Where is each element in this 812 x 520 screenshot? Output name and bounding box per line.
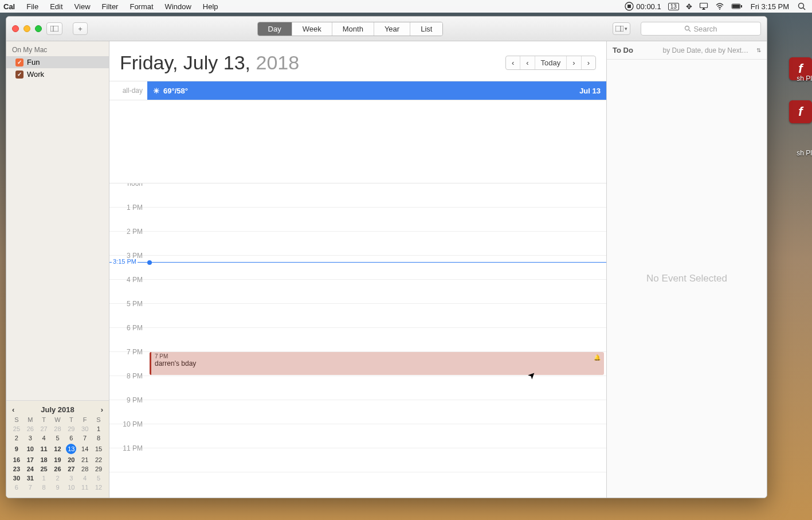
minical-day[interactable]: 26: [23, 424, 37, 433]
nav-next-far[interactable]: ›: [582, 56, 595, 69]
minical-day[interactable]: 10: [64, 483, 78, 492]
minical-day[interactable]: 4: [37, 433, 51, 443]
window-titlebar[interactable]: ＋ Day Week Month Year List ▾ Search: [6, 17, 767, 41]
minical-grid[interactable]: SMTWTFS 25262728293012345678910111213141…: [10, 415, 105, 492]
minical-day[interactable]: 28: [51, 424, 65, 433]
minical-day[interactable]: 31: [23, 474, 37, 483]
minical-day[interactable]: 8: [92, 433, 105, 443]
weather-event[interactable]: ☀︎ 69°/58° Jul 13: [147, 81, 606, 100]
hour-row[interactable]: 3 PM: [109, 256, 606, 280]
calendar-list-item-fun[interactable]: ✓ Fun: [6, 56, 109, 68]
minical-day[interactable]: 29: [92, 464, 105, 474]
minical-day[interactable]: 18: [37, 455, 51, 464]
hour-row[interactable]: 5 PM: [109, 304, 606, 328]
minical-day[interactable]: 9: [51, 483, 65, 492]
hour-row[interactable]: 8 PM: [109, 376, 606, 400]
menu-view[interactable]: View: [69, 2, 96, 11]
nav-prev-far[interactable]: ‹: [506, 56, 520, 69]
minical-day[interactable]: 3: [64, 474, 78, 483]
minical-day[interactable]: 14: [78, 443, 92, 455]
close-button[interactable]: [12, 25, 19, 32]
flash-icon[interactable]: f: [789, 100, 812, 123]
record-status[interactable]: 00:00.1: [621, 2, 664, 11]
minical-day[interactable]: 28: [78, 464, 92, 474]
minical-day[interactable]: 2: [51, 474, 65, 483]
checkbox-icon[interactable]: ✓: [15, 58, 23, 67]
minical-day[interactable]: 27: [64, 464, 78, 474]
minimize-button[interactable]: [23, 25, 30, 32]
minical-day[interactable]: 9: [10, 443, 23, 455]
view-month[interactable]: Month: [332, 22, 374, 36]
minical-day[interactable]: 20: [64, 455, 78, 464]
view-week[interactable]: Week: [292, 22, 332, 36]
event-darrens-bday[interactable]: 7 PM darren's bday 🔔: [150, 352, 604, 375]
minical-day[interactable]: 13: [64, 443, 78, 455]
minical-day[interactable]: 3: [23, 433, 37, 443]
minical-day[interactable]: 2: [10, 433, 23, 443]
minical-day[interactable]: 30: [10, 474, 23, 483]
dropbox-icon[interactable]: ✥: [682, 2, 696, 11]
minical-day[interactable]: 11: [78, 483, 92, 492]
minical-day[interactable]: 17: [23, 455, 37, 464]
minical-day[interactable]: 25: [37, 464, 51, 474]
inspector-toggle[interactable]: ▾: [613, 22, 630, 35]
view-day[interactable]: Day: [258, 22, 292, 36]
minical-day[interactable]: 24: [23, 464, 37, 474]
minical-day[interactable]: 22: [92, 455, 105, 464]
minical-day[interactable]: 16: [10, 455, 23, 464]
menubar-app-name[interactable]: Cal: [0, 2, 21, 11]
minical-day[interactable]: 5: [92, 474, 105, 483]
hour-grid[interactable]: noon1 PM2 PM3 PM4 PM5 PM6 PM7 PM8 PM9 PM…: [109, 183, 606, 498]
menu-file[interactable]: File: [21, 2, 44, 11]
spotlight-icon[interactable]: [794, 2, 810, 11]
calendar-list-item-work[interactable]: ✓ Work: [6, 68, 109, 80]
minical-day[interactable]: 12: [92, 483, 105, 492]
minical-day[interactable]: 1: [37, 474, 51, 483]
airplay-icon[interactable]: [696, 2, 712, 11]
minical-day[interactable]: 12: [51, 443, 65, 455]
minical-day[interactable]: 10: [23, 443, 37, 455]
menu-edit[interactable]: Edit: [44, 2, 68, 11]
minical-day[interactable]: 26: [51, 464, 65, 474]
minical-day[interactable]: 1: [92, 424, 105, 433]
menu-format[interactable]: Format: [124, 2, 159, 11]
sort-chevron-icon[interactable]: ⇅: [756, 47, 761, 53]
menu-filter[interactable]: Filter: [96, 2, 124, 11]
menu-help[interactable]: Help: [197, 2, 224, 11]
hour-row[interactable]: noon: [109, 183, 606, 208]
view-year[interactable]: Year: [374, 22, 410, 36]
minical-day[interactable]: 25: [10, 424, 23, 433]
wifi-icon[interactable]: [712, 2, 728, 11]
minical-day[interactable]: 6: [10, 483, 23, 492]
battery-icon[interactable]: [728, 2, 746, 11]
date-status[interactable]: 13: [665, 3, 682, 10]
menubar-clock[interactable]: Fri 3:15 PM: [746, 2, 794, 11]
hour-row[interactable]: 1 PM: [109, 208, 606, 232]
minical-day[interactable]: 5: [51, 433, 65, 443]
view-list[interactable]: List: [410, 22, 442, 36]
nav-prev[interactable]: ‹: [520, 56, 535, 69]
hour-row[interactable]: 10 PM: [109, 424, 606, 448]
minical-day[interactable]: 7: [78, 433, 92, 443]
minical-day[interactable]: 8: [37, 483, 51, 492]
minical-next[interactable]: ›: [101, 405, 103, 414]
hour-row[interactable]: 6 PM: [109, 328, 606, 352]
minical-day[interactable]: 7: [23, 483, 37, 492]
minical-day[interactable]: 19: [51, 455, 65, 464]
todo-sort[interactable]: by Due Date, due by Next…: [663, 46, 748, 54]
minical-day[interactable]: 27: [37, 424, 51, 433]
hour-row[interactable]: 4 PM: [109, 280, 606, 304]
minical-day[interactable]: 29: [64, 424, 78, 433]
minical-prev[interactable]: ‹: [12, 405, 14, 414]
minical-day[interactable]: 30: [78, 424, 92, 433]
add-event-button[interactable]: ＋: [73, 22, 88, 35]
zoom-button[interactable]: [35, 25, 42, 32]
hour-row[interactable]: 11 PM: [109, 448, 606, 472]
minical-day[interactable]: 11: [37, 443, 51, 455]
nav-today[interactable]: Today: [535, 56, 567, 69]
minical-day[interactable]: 15: [92, 443, 105, 455]
menu-window[interactable]: Window: [159, 2, 197, 11]
nav-next[interactable]: ›: [567, 56, 581, 69]
search-field[interactable]: Search: [641, 22, 761, 36]
minical-day[interactable]: 6: [64, 433, 78, 443]
